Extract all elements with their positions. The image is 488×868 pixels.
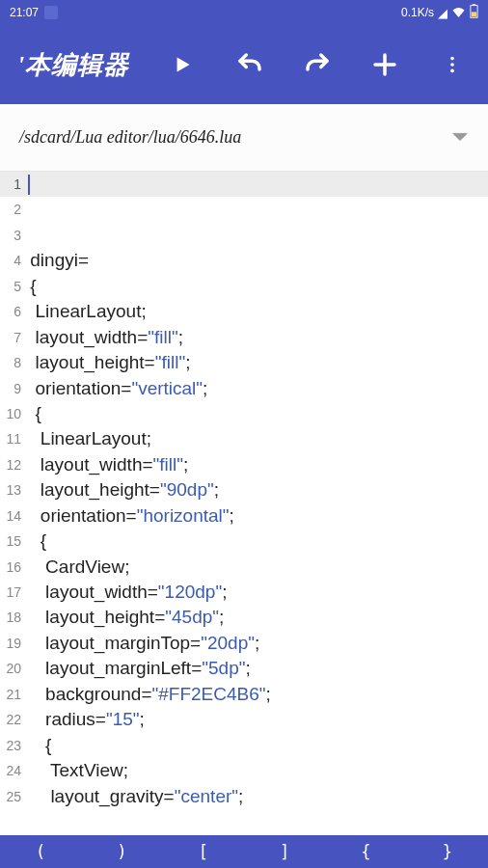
- code-line[interactable]: layout_gravity="center";: [25, 784, 488, 809]
- code-line[interactable]: layout_marginLeft="5dp";: [25, 656, 488, 681]
- menu-button[interactable]: [424, 37, 480, 93]
- sym-lparen[interactable]: (: [0, 842, 81, 861]
- svg-point-3: [450, 57, 454, 61]
- code-line[interactable]: orientation="vertical";: [25, 376, 488, 401]
- sym-lbracket[interactable]: [: [163, 842, 244, 861]
- code-line[interactable]: [25, 172, 488, 197]
- line-number: 15: [0, 529, 25, 554]
- code-line[interactable]: {: [25, 733, 488, 758]
- app-bar: '本编辑器: [0, 25, 488, 104]
- line-number: 2: [0, 197, 25, 222]
- code-line[interactable]: LinearLayout;: [25, 299, 488, 324]
- status-app-icon: [44, 6, 58, 19]
- status-bar: 21:07 0.1K/s ◢: [0, 0, 488, 25]
- line-number: 22: [0, 707, 25, 732]
- code-line[interactable]: layout_height="90dp";: [25, 477, 488, 502]
- code-line[interactable]: {: [25, 529, 488, 554]
- code-line[interactable]: {: [25, 401, 488, 426]
- code-line[interactable]: layout_height="fill";: [25, 350, 488, 375]
- line-number: 19: [0, 631, 25, 656]
- dropdown-icon[interactable]: [451, 129, 469, 147]
- code-line[interactable]: layout_width="fill";: [25, 452, 488, 477]
- line-number: 11: [0, 426, 25, 451]
- code-line[interactable]: [25, 197, 488, 222]
- line-number: 8: [0, 350, 25, 375]
- text-cursor: [28, 175, 30, 195]
- line-number: 24: [0, 758, 25, 783]
- code-line[interactable]: TextView;: [25, 758, 488, 783]
- svg-point-5: [450, 69, 454, 73]
- run-button[interactable]: [154, 37, 210, 93]
- line-number: 7: [0, 325, 25, 350]
- line-number: 16: [0, 555, 25, 580]
- app-title: '本编辑器: [17, 48, 129, 82]
- code-line[interactable]: CardView;: [25, 555, 488, 580]
- code-line[interactable]: {: [25, 274, 488, 299]
- line-number: 3: [0, 223, 25, 248]
- undo-button[interactable]: [222, 37, 278, 93]
- code-line[interactable]: layout_width="fill";: [25, 325, 488, 350]
- line-number: 12: [0, 452, 25, 477]
- code-line[interactable]: dingyi=: [25, 248, 488, 273]
- redo-button[interactable]: [289, 37, 345, 93]
- line-number: 25: [0, 784, 25, 809]
- wifi-icon: [451, 6, 466, 20]
- file-path: /sdcard/Lua editor/lua/6646.lua: [19, 127, 451, 148]
- code-line[interactable]: background="#FF2EC4B6";: [25, 682, 488, 707]
- svg-point-4: [450, 63, 454, 67]
- code-line[interactable]: radius="15";: [25, 707, 488, 732]
- svg-rect-2: [472, 12, 476, 16]
- line-number: 5: [0, 274, 25, 299]
- code-line[interactable]: [25, 223, 488, 248]
- status-time: 21:07: [10, 6, 39, 19]
- code-line[interactable]: layout_height="45dp";: [25, 605, 488, 630]
- code-line[interactable]: layout_width="120dp";: [25, 580, 488, 605]
- add-button[interactable]: [357, 37, 413, 93]
- code-line[interactable]: orientation="horizontal";: [25, 503, 488, 529]
- line-number: 9: [0, 376, 25, 401]
- sym-rparen[interactable]: ): [81, 842, 162, 861]
- code-line[interactable]: layout_marginTop="20dp";: [25, 631, 488, 656]
- battery-icon: [470, 4, 478, 21]
- line-number: 18: [0, 605, 25, 630]
- sym-lbrace[interactable]: {: [325, 842, 406, 861]
- line-number: 1: [0, 172, 25, 197]
- line-number: 4: [0, 248, 25, 273]
- path-bar[interactable]: /sdcard/Lua editor/lua/6646.lua: [0, 104, 488, 172]
- sym-rbrace[interactable]: }: [407, 842, 488, 861]
- line-number: 10: [0, 401, 25, 426]
- code-editor[interactable]: 1234567891011121314151617181920212223242…: [0, 172, 488, 835]
- line-number: 13: [0, 477, 25, 502]
- sym-rbracket[interactable]: ]: [244, 842, 325, 861]
- code-area[interactable]: dingyi= { LinearLayout; layout_width="fi…: [25, 172, 488, 835]
- line-number: 23: [0, 733, 25, 758]
- code-line[interactable]: LinearLayout;: [25, 426, 488, 451]
- line-number: 6: [0, 299, 25, 324]
- line-number: 20: [0, 656, 25, 681]
- status-speed: 0.1K/s: [401, 6, 434, 19]
- line-number: 14: [0, 503, 25, 529]
- line-number: 21: [0, 682, 25, 707]
- line-gutter: 1234567891011121314151617181920212223242…: [0, 172, 25, 835]
- line-number: 17: [0, 580, 25, 605]
- signal-icon: ◢: [438, 6, 447, 20]
- symbol-bar: ( ) [ ] { }: [0, 835, 488, 868]
